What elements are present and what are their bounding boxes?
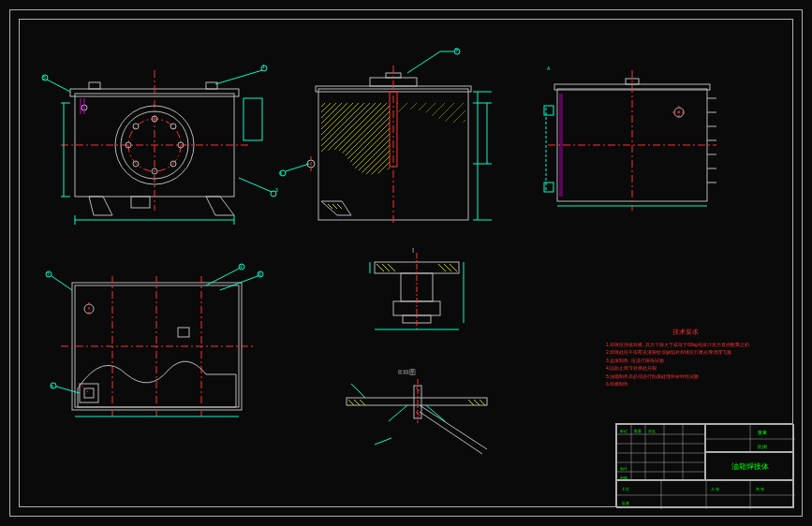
svg-line-116 [360, 400, 365, 405]
note-4: 4.以防止筒节对接处开裂 [606, 365, 765, 373]
title-block-bottom: 工艺 批准 共 张 第 张 [617, 481, 795, 509]
svg-rect-113 [347, 398, 487, 405]
callout-5: 5 [43, 75, 46, 80]
note-1: 1.焊缝应连续焊接, 其力下限大于或等于60kg与设计压力直径数乘之积 [606, 342, 765, 349]
svg-text:数量: 数量 [634, 429, 642, 433]
note-3: 3.总体制作, 应进行探伤试验 [606, 358, 765, 365]
svg-line-119 [480, 400, 485, 405]
svg-line-117 [468, 400, 474, 405]
svg-line-125 [420, 412, 482, 454]
svg-text:设计: 设计 [620, 466, 627, 471]
title-block-upper-right: 重量 比例 [706, 425, 795, 453]
svg-line-114 [348, 400, 354, 405]
callout-4: 4 [240, 264, 243, 270]
svg-line-118 [474, 400, 480, 405]
svg-text:分区: 分区 [648, 429, 656, 433]
svg-line-124 [420, 405, 487, 449]
callout-3: 3 [275, 187, 278, 193]
svg-text:比例: 比例 [758, 444, 767, 449]
svg-line-127 [389, 405, 407, 421]
drawing-title: 油箱焊接体 [705, 452, 794, 480]
svg-line-128 [426, 405, 445, 421]
svg-text:工艺: 工艺 [622, 487, 629, 491]
svg-line-129 [375, 438, 391, 445]
svg-text:重量: 重量 [758, 430, 767, 435]
callout-6: 6 [258, 271, 261, 277]
title-block-grid: 标记 数量 分区 设计 审核 [617, 425, 706, 481]
svg-text:批准: 批准 [622, 501, 629, 505]
svg-text:标记: 标记 [619, 429, 627, 433]
callout-1: 1 [262, 64, 265, 69]
svg-text:共 张: 共 张 [711, 487, 719, 491]
note-6: 6.焊接制作 [606, 381, 765, 388]
detail-label-ii: II:III图 [398, 369, 416, 375]
tech-title: 技术要求 [606, 328, 765, 338]
tech-requirements: 技术要求 1.焊缝应连续焊接, 其力下限大于或等于60kg与设计压力直径数乘之积… [606, 328, 765, 389]
callout-7: 7 [47, 271, 50, 277]
callout-0: 0 [279, 170, 282, 176]
note-5: 5.油箱制作后必须进行防腐处理和密封性试验 [606, 373, 765, 381]
note-2: 2.焊缝处应不得有夹渣裂纹等缺陷对焊缝应打磨光滑清理飞溅 [606, 349, 765, 357]
svg-text:第 张: 第 张 [756, 487, 764, 491]
title-block: 标记 数量 分区 设计 审核 重量 比例 油箱焊接体 工艺 批准 共 张 第 张 [615, 423, 793, 507]
callout-9: 9 [455, 47, 458, 52]
callout-a1: A [547, 66, 550, 71]
svg-line-115 [354, 400, 360, 405]
svg-line-126 [351, 384, 365, 398]
callout-8: 8 [51, 384, 53, 389]
